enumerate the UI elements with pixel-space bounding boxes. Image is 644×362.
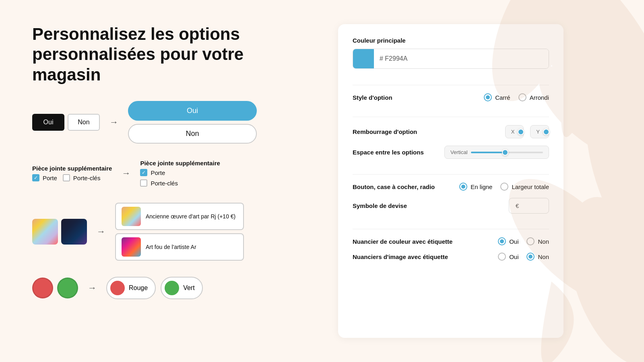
color-picker [353, 49, 549, 69]
radio-dot-en-ligne [461, 185, 465, 189]
color-pill-rouge[interactable]: Rouge [106, 277, 156, 299]
after-checkboxes: Pièce jointe supplémentaire ✓ Porte Port… [140, 160, 220, 187]
symbole-devise-row: Symbole de devise [353, 198, 549, 214]
radio-empty-largeur [500, 183, 508, 191]
radio-carre[interactable]: Carré [484, 93, 510, 101]
radio-filled-carre [484, 93, 492, 101]
after-checkbox-portecles: Porte-clés [140, 179, 220, 187]
nuancier-couleur-non[interactable]: Non [526, 237, 549, 245]
color-demo-row: → Rouge Vert [32, 277, 306, 299]
radio-empty-nuancier-non [526, 237, 535, 245]
nuancier-couleur-row: Nuancier de couleur avec étiquette Oui N… [353, 237, 549, 245]
slider-x-thumb[interactable] [518, 129, 524, 135]
slider-x-container: X [505, 125, 524, 138]
image-option-1[interactable]: Ancienne œuvre d'art par Rj (+10 €) [115, 203, 244, 230]
style-option-radio-group: Carré Arrondi [484, 93, 549, 101]
oui-button-before[interactable]: Oui [32, 114, 64, 131]
currency-input[interactable] [509, 198, 549, 214]
slider-y-label: Y [536, 129, 540, 135]
couleur-principale-section: Couleur principale [353, 37, 549, 77]
radio-dot-carre [486, 95, 490, 99]
page-title: Personnalisez les options personnalisées… [32, 24, 306, 85]
image-option-2[interactable]: Art fou de l'artiste Ar [115, 233, 244, 261]
nuancier-image-non[interactable]: Non [526, 253, 549, 261]
checkbox-unchecked-icon [140, 179, 147, 187]
after-image-list: Ancienne œuvre d'art par Rj (+10 €) Art … [115, 203, 244, 261]
option-thumb-2 [122, 237, 141, 257]
arrow-icon: → [109, 117, 118, 128]
vertical-slider-thumb[interactable] [502, 149, 508, 156]
style-option-row: Style d'option Carré Arrondi [353, 93, 549, 101]
radio-filled-image-non [526, 253, 535, 261]
before-checkbox-porte: ✓ Porte [32, 174, 57, 181]
nuancier-couleur-oui[interactable]: Oui [498, 237, 518, 245]
before-checkbox-portecles: Porte-clés [63, 174, 101, 181]
radio-empty-image-oui [498, 253, 506, 261]
right-panel: Couleur principale Style d'option Carré [338, 24, 564, 338]
nuancier-image-row: Nuanciers d'image avec étiquette Oui Non [353, 253, 549, 261]
nuancier-image-label: Nuanciers d'image avec étiquette [353, 253, 448, 260]
option-thumb-1 [122, 207, 141, 226]
oui-pill-button[interactable]: Oui [128, 101, 257, 121]
arrow-icon-2: → [122, 168, 130, 179]
radio-en-ligne[interactable]: En ligne [459, 183, 492, 191]
thumbnail-art1 [32, 219, 58, 245]
nuancier-image-oui[interactable]: Oui [498, 253, 518, 261]
color-dot-red [110, 281, 125, 295]
before-thumbnails [32, 219, 87, 245]
color-pill-vert[interactable]: Vert [161, 277, 202, 299]
rembourrage-row: Rembourrage d'option X Y [353, 125, 549, 138]
bouton-radio-group: En ligne Largeur totale [459, 183, 549, 191]
radio-arrondi[interactable]: Arrondi [518, 93, 549, 101]
color-swatch-preview[interactable] [353, 49, 374, 68]
before-swatches [32, 278, 78, 298]
espace-slider-container: Vertical [444, 146, 549, 159]
non-pill-button[interactable]: Non [128, 124, 257, 144]
symbole-devise-label: Symbole de devise [353, 202, 407, 209]
checkbox-demo-row: Pièce jointe supplémentaire ✓ Porte Port… [32, 160, 306, 187]
arrow-icon-4: → [88, 283, 97, 293]
color-dot-green [165, 281, 179, 295]
before-buttons: Oui Non [32, 114, 100, 131]
button-demo-row: Oui Non → Oui Non [32, 101, 306, 144]
espace-options-label: Espace entre les options [353, 149, 424, 156]
after-color-pills: Rouge Vert [106, 277, 203, 299]
left-panel: Personnalisez les options personnalisées… [32, 24, 306, 338]
radio-dot-nuancier-oui [500, 239, 504, 243]
rembourrage-sliders: X Y [505, 125, 549, 138]
nuancier-image-radio-group: Oui Non [498, 253, 549, 261]
checkbox-empty-icon [63, 174, 70, 181]
nuancier-couleur-radio-group: Oui Non [498, 237, 549, 245]
after-pill-buttons: Oui Non [128, 101, 257, 144]
couleur-principale-label: Couleur principale [353, 37, 549, 44]
thumbnail-art2 [61, 219, 87, 245]
swatch-red[interactable] [32, 278, 53, 298]
checkbox-checked-blue-icon: ✓ [140, 169, 147, 176]
arrow-icon-3: → [97, 226, 105, 237]
after-checkbox-porte: ✓ Porte [140, 169, 220, 176]
bouton-label: Bouton, case à cocher, radio [353, 183, 435, 190]
radio-filled-nuancier-oui [498, 237, 506, 245]
espace-options-row: Espace entre les options Vertical [353, 146, 549, 159]
radio-empty-arrondi [518, 93, 526, 101]
checkbox-checked-icon: ✓ [32, 174, 39, 181]
vertical-slider-label: Vertical [450, 149, 468, 155]
vertical-slider-track [471, 152, 543, 153]
color-hex-input[interactable] [374, 49, 549, 68]
radio-largeur-totale[interactable]: Largeur totale [500, 183, 549, 191]
radio-dot-image-non [528, 255, 533, 259]
nuancier-couleur-label: Nuancier de couleur avec étiquette [353, 238, 452, 245]
image-demo-row: → Ancienne œuvre d'art par Rj (+10 €) Ar… [32, 203, 306, 261]
before-checkboxes: Pièce jointe supplémentaire ✓ Porte Port… [32, 165, 112, 181]
slider-x-label: X [511, 129, 515, 135]
slider-y-container: Y [530, 125, 549, 138]
non-button-before[interactable]: Non [68, 114, 100, 131]
style-option-label: Style d'option [353, 94, 392, 101]
slider-y-thumb[interactable] [543, 129, 549, 135]
rembourrage-label: Rembourrage d'option [353, 128, 417, 135]
swatch-green[interactable] [57, 278, 78, 298]
radio-filled-en-ligne [459, 183, 467, 191]
bouton-radio-row: Bouton, case à cocher, radio En ligne La… [353, 183, 549, 191]
